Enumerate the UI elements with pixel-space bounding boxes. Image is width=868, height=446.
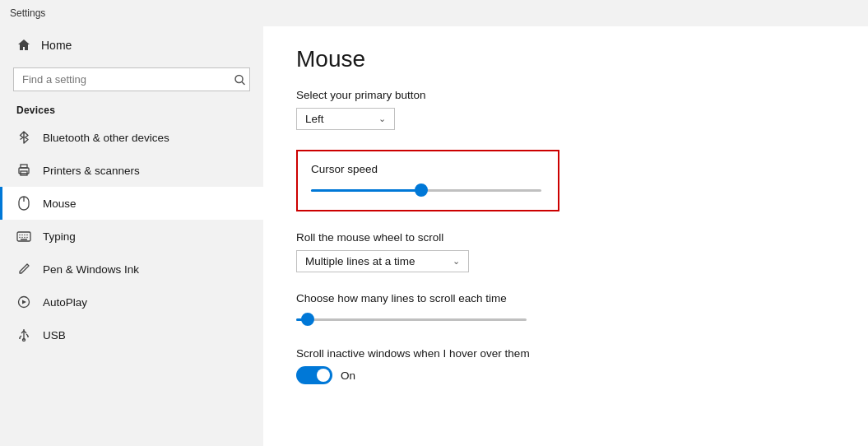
svg-point-21: [19, 337, 21, 339]
cursor-speed-thumb[interactable]: [415, 184, 428, 197]
keyboard-icon: [16, 229, 31, 244]
sidebar-item-usb-label: USB: [43, 329, 66, 341]
search-input[interactable]: [13, 67, 250, 91]
title-bar-label: Settings: [10, 7, 45, 19]
scroll-wheel-dropdown[interactable]: Multiple lines at a time ⌄: [296, 250, 469, 272]
pen-icon: [16, 262, 31, 276]
printer-icon: [16, 163, 31, 178]
sidebar-item-autoplay-label: AutoPlay: [43, 296, 87, 309]
primary-button-value: Left: [305, 113, 324, 125]
scroll-wheel-label: Roll the mouse wheel to scroll: [296, 231, 835, 244]
svg-line-19: [20, 336, 21, 337]
page-title: Mouse: [296, 46, 835, 72]
svg-line-20: [26, 334, 28, 336]
sidebar-item-pen[interactable]: Pen & Windows Ink: [0, 253, 263, 286]
sidebar: Home Devices Bluetooth & other devices: [0, 26, 263, 446]
sidebar-item-autoplay[interactable]: AutoPlay: [0, 286, 263, 318]
sidebar-item-bluetooth[interactable]: Bluetooth & other devices: [0, 121, 263, 154]
cursor-speed-box: Cursor speed: [296, 150, 559, 211]
scroll-inactive-section: Scroll inactive windows when I hover ove…: [296, 347, 835, 384]
primary-button-label: Select your primary button: [296, 89, 835, 101]
svg-point-0: [235, 75, 243, 82]
dropdown-arrow-icon: ⌄: [378, 114, 386, 124]
cursor-speed-section: Cursor speed: [296, 150, 835, 211]
sidebar-item-printers-label: Printers & scanners: [43, 165, 140, 177]
toggle-thumb: [317, 369, 330, 382]
scroll-lines-track: [296, 318, 527, 321]
scroll-lines-slider-container: [296, 311, 527, 328]
sidebar-home-label: Home: [41, 39, 72, 52]
sidebar-item-typing-label: Typing: [43, 230, 76, 243]
scroll-wheel-section: Roll the mouse wheel to scroll Multiple …: [296, 231, 835, 272]
search-button[interactable]: [234, 74, 245, 85]
cursor-speed-fill: [311, 189, 421, 192]
sidebar-item-printers[interactable]: Printers & scanners: [0, 154, 263, 187]
mouse-icon: [16, 196, 31, 211]
scroll-inactive-toggle-label: On: [341, 369, 355, 382]
scroll-dropdown-arrow-icon: ⌄: [453, 256, 460, 267]
scroll-lines-label: Choose how many lines to scroll each tim…: [296, 292, 835, 304]
primary-button-section: Select your primary button Left ⌄: [296, 89, 835, 130]
sidebar-section-label: Devices: [0, 100, 263, 121]
bluetooth-icon: [16, 130, 31, 145]
primary-button-dropdown[interactable]: Left ⌄: [296, 108, 395, 130]
svg-line-1: [242, 81, 245, 85]
scroll-lines-section: Choose how many lines to scroll each tim…: [296, 292, 835, 328]
cursor-speed-label: Cursor speed: [311, 163, 545, 175]
svg-rect-3: [21, 165, 27, 168]
scroll-inactive-label: Scroll inactive windows when I hover ove…: [296, 347, 835, 360]
sidebar-item-bluetooth-label: Bluetooth & other devices: [43, 132, 169, 144]
cursor-speed-slider-container: [311, 182, 541, 198]
usb-icon: [16, 328, 31, 342]
search-box: [13, 67, 250, 91]
scroll-wheel-value: Multiple lines at a time: [305, 255, 415, 267]
scroll-inactive-toggle-row: On: [296, 366, 835, 384]
sidebar-item-home[interactable]: Home: [0, 26, 263, 64]
scroll-inactive-toggle[interactable]: [296, 366, 332, 384]
home-icon: [16, 38, 31, 53]
scroll-lines-thumb[interactable]: [301, 313, 314, 326]
autoplay-icon: [16, 295, 31, 309]
sidebar-item-pen-label: Pen & Windows Ink: [43, 263, 139, 276]
sidebar-item-mouse[interactable]: Mouse: [0, 187, 263, 220]
main-content: Mouse Select your primary button Left ⌄ …: [263, 26, 868, 446]
sidebar-item-usb[interactable]: USB: [0, 318, 263, 351]
sidebar-item-mouse-label: Mouse: [43, 197, 77, 210]
svg-point-22: [27, 336, 29, 337]
sidebar-item-typing[interactable]: Typing: [0, 220, 263, 253]
